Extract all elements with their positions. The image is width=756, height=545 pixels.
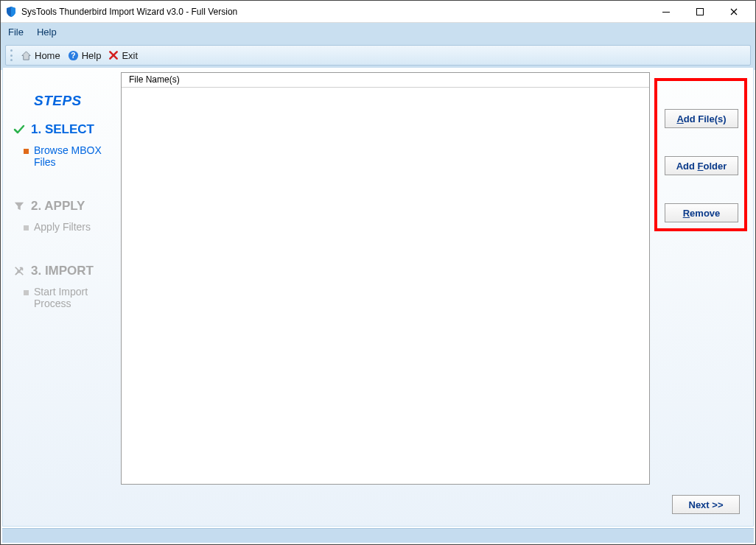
window-controls bbox=[649, 1, 751, 23]
file-list-area: File Name(s) bbox=[121, 68, 650, 526]
add-folder-button[interactable]: Add Folder bbox=[665, 156, 738, 175]
remove-button[interactable]: Remove bbox=[665, 203, 738, 222]
svg-rect-1 bbox=[697, 8, 704, 15]
action-pane: Add File(s) Add Folder Remove Next >> bbox=[650, 68, 753, 526]
file-list[interactable]: File Name(s) bbox=[121, 72, 650, 485]
toolbar-exit[interactable]: Exit bbox=[108, 50, 138, 61]
file-list-column-header[interactable]: File Name(s) bbox=[122, 73, 649, 88]
client-area: STEPS 1. SELECT Browse MBOX Files 2. APP… bbox=[2, 67, 754, 527]
app-icon bbox=[5, 6, 17, 18]
exit-icon bbox=[108, 50, 119, 60]
maximize-button[interactable] bbox=[683, 1, 717, 23]
menu-bar: File Help bbox=[1, 23, 755, 41]
menu-file[interactable]: File bbox=[8, 27, 24, 38]
help-icon: ? bbox=[68, 50, 79, 61]
toolbar-wrap: Home ? Help Exit bbox=[1, 41, 755, 70]
toolbar: Home ? Help Exit bbox=[5, 45, 751, 66]
status-bar bbox=[2, 528, 754, 543]
steps-sidebar: STEPS 1. SELECT Browse MBOX Files 2. APP… bbox=[3, 68, 121, 526]
svg-rect-0 bbox=[662, 12, 670, 13]
window-title: SysTools Thunderbird Import Wizard v3.0 … bbox=[21, 7, 649, 17]
toolbar-exit-label: Exit bbox=[122, 50, 138, 61]
step-3-header: 3. IMPORT bbox=[13, 264, 113, 278]
next-button[interactable]: Next >> bbox=[672, 495, 740, 514]
step-1-sub: Browse MBOX Files bbox=[34, 144, 113, 168]
title-bar: SysTools Thunderbird Import Wizard v3.0 … bbox=[1, 1, 755, 23]
close-button[interactable] bbox=[717, 1, 751, 23]
filter-icon bbox=[13, 201, 25, 211]
import-icon bbox=[13, 266, 25, 276]
toolbar-help[interactable]: ? Help bbox=[68, 50, 102, 61]
steps-heading: STEPS bbox=[34, 93, 113, 109]
step-2-sub: Apply Filters bbox=[34, 221, 113, 233]
step-1-title: 1. SELECT bbox=[31, 122, 94, 137]
step-2-header: 2. APPLY bbox=[13, 199, 113, 214]
menu-help[interactable]: Help bbox=[37, 27, 57, 38]
svg-text:?: ? bbox=[71, 52, 75, 60]
add-files-button[interactable]: Add File(s) bbox=[665, 109, 738, 128]
step-3-sub: Start Import Process bbox=[34, 286, 113, 309]
step-3-title: 3. IMPORT bbox=[31, 264, 94, 278]
toolbar-grip bbox=[10, 49, 13, 61]
check-icon bbox=[13, 124, 25, 136]
toolbar-home[interactable]: Home bbox=[21, 50, 60, 61]
step-1-header: 1. SELECT bbox=[13, 122, 113, 137]
home-icon bbox=[21, 50, 32, 61]
step-2-title: 2. APPLY bbox=[31, 199, 85, 214]
minimize-button[interactable] bbox=[649, 1, 683, 23]
toolbar-home-label: Home bbox=[35, 50, 60, 61]
toolbar-help-label: Help bbox=[82, 50, 102, 61]
